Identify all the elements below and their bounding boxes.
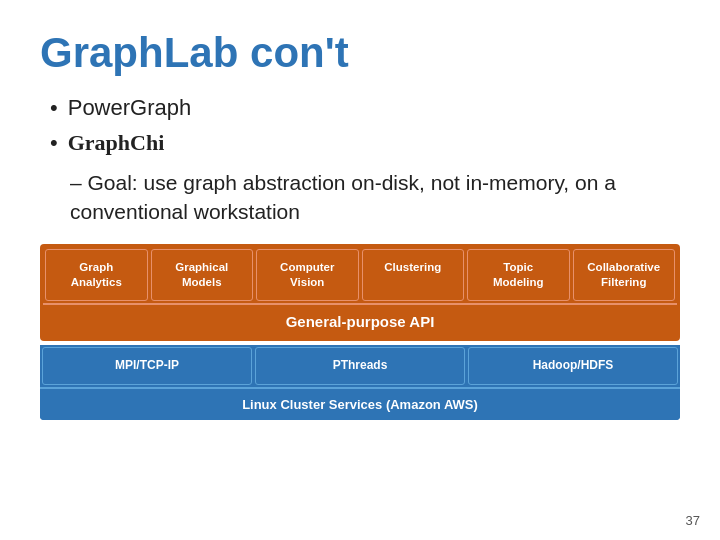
top-box-clustering: Clustering — [362, 249, 465, 301]
top-row: GraphAnalytics GraphicalModels ComputerV… — [43, 247, 677, 303]
top-box-topic-modeling: TopicModeling — [467, 249, 570, 301]
top-box-graph-analytics: GraphAnalytics — [45, 249, 148, 301]
page-number: 37 — [686, 513, 700, 528]
middle-box-pthreads: PThreads — [255, 347, 465, 385]
slide: GraphLab con't • PowerGraph • GraphChi G… — [0, 0, 720, 540]
bullet-dot-1: • — [50, 94, 58, 123]
architecture-diagram: GraphAnalytics GraphicalModels ComputerV… — [40, 244, 680, 419]
blue-section: MPI/TCP-IP PThreads Hadoop/HDFS Linux Cl… — [40, 345, 680, 420]
top-box-computer-vision: ComputerVision — [256, 249, 359, 301]
bullet-list: • PowerGraph • GraphChi — [50, 94, 680, 157]
orange-section: GraphAnalytics GraphicalModels ComputerV… — [40, 244, 680, 341]
sub-bullet: Goal: use graph abstraction on-disk, not… — [70, 169, 680, 226]
top-box-graphical-models: GraphicalModels — [151, 249, 254, 301]
middle-box-hadoop: Hadoop/HDFS — [468, 347, 678, 385]
slide-title: GraphLab con't — [40, 30, 680, 76]
bullet-label-1: PowerGraph — [68, 94, 192, 123]
bullet-label-2: GraphChi — [68, 129, 165, 158]
bottom-row: Linux Cluster Services (Amazon AWS) — [40, 387, 680, 420]
top-box-collaborative-filtering: CollaborativeFiltering — [573, 249, 676, 301]
bullet-item-2: • GraphChi — [50, 129, 680, 158]
middle-box-mpi: MPI/TCP-IP — [42, 347, 252, 385]
bullet-item-1: • PowerGraph — [50, 94, 680, 123]
api-row: General-purpose API — [43, 303, 677, 338]
bullet-dot-2: • — [50, 129, 58, 158]
middle-row: MPI/TCP-IP PThreads Hadoop/HDFS — [40, 345, 680, 387]
